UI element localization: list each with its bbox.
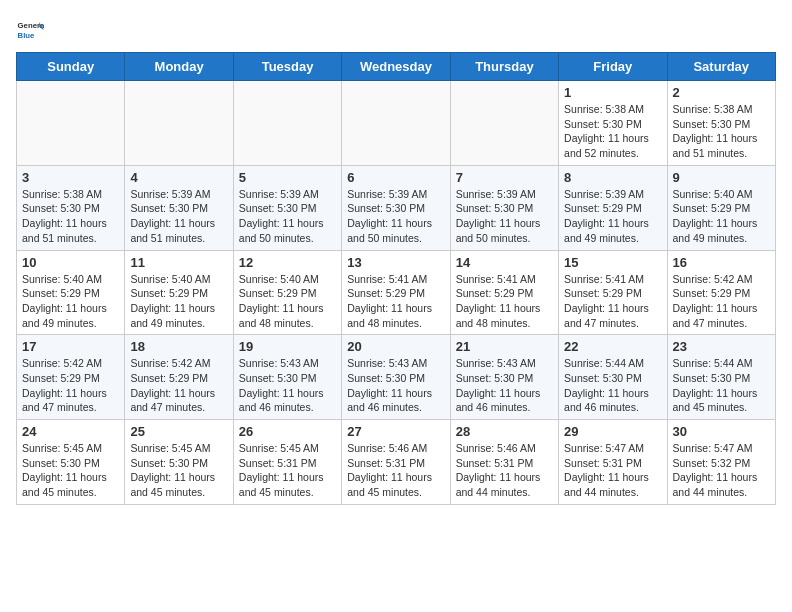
day-number: 11 <box>130 255 227 270</box>
day-detail: Sunrise: 5:45 AM Sunset: 5:31 PM Dayligh… <box>239 441 336 500</box>
calendar-cell: 23Sunrise: 5:44 AM Sunset: 5:30 PM Dayli… <box>667 335 775 420</box>
calendar-cell: 4Sunrise: 5:39 AM Sunset: 5:30 PM Daylig… <box>125 165 233 250</box>
calendar-cell: 9Sunrise: 5:40 AM Sunset: 5:29 PM Daylig… <box>667 165 775 250</box>
header-tuesday: Tuesday <box>233 53 341 81</box>
day-number: 24 <box>22 424 119 439</box>
day-detail: Sunrise: 5:42 AM Sunset: 5:29 PM Dayligh… <box>130 356 227 415</box>
calendar-cell: 15Sunrise: 5:41 AM Sunset: 5:29 PM Dayli… <box>559 250 667 335</box>
day-number: 12 <box>239 255 336 270</box>
calendar-cell: 20Sunrise: 5:43 AM Sunset: 5:30 PM Dayli… <box>342 335 450 420</box>
header-thursday: Thursday <box>450 53 558 81</box>
calendar-cell: 22Sunrise: 5:44 AM Sunset: 5:30 PM Dayli… <box>559 335 667 420</box>
day-number: 8 <box>564 170 661 185</box>
day-number: 27 <box>347 424 444 439</box>
day-detail: Sunrise: 5:47 AM Sunset: 5:32 PM Dayligh… <box>673 441 770 500</box>
calendar-cell: 14Sunrise: 5:41 AM Sunset: 5:29 PM Dayli… <box>450 250 558 335</box>
day-detail: Sunrise: 5:41 AM Sunset: 5:29 PM Dayligh… <box>564 272 661 331</box>
day-number: 23 <box>673 339 770 354</box>
day-detail: Sunrise: 5:40 AM Sunset: 5:29 PM Dayligh… <box>22 272 119 331</box>
day-detail: Sunrise: 5:44 AM Sunset: 5:30 PM Dayligh… <box>564 356 661 415</box>
day-number: 22 <box>564 339 661 354</box>
day-detail: Sunrise: 5:39 AM Sunset: 5:30 PM Dayligh… <box>130 187 227 246</box>
calendar-week-row: 17Sunrise: 5:42 AM Sunset: 5:29 PM Dayli… <box>17 335 776 420</box>
day-detail: Sunrise: 5:40 AM Sunset: 5:29 PM Dayligh… <box>130 272 227 331</box>
day-detail: Sunrise: 5:44 AM Sunset: 5:30 PM Dayligh… <box>673 356 770 415</box>
day-detail: Sunrise: 5:38 AM Sunset: 5:30 PM Dayligh… <box>673 102 770 161</box>
day-detail: Sunrise: 5:43 AM Sunset: 5:30 PM Dayligh… <box>347 356 444 415</box>
day-detail: Sunrise: 5:39 AM Sunset: 5:29 PM Dayligh… <box>564 187 661 246</box>
svg-text:Blue: Blue <box>18 31 36 40</box>
calendar-cell: 28Sunrise: 5:46 AM Sunset: 5:31 PM Dayli… <box>450 420 558 505</box>
day-number: 28 <box>456 424 553 439</box>
calendar-cell: 27Sunrise: 5:46 AM Sunset: 5:31 PM Dayli… <box>342 420 450 505</box>
header-friday: Friday <box>559 53 667 81</box>
calendar-cell: 7Sunrise: 5:39 AM Sunset: 5:30 PM Daylig… <box>450 165 558 250</box>
day-number: 26 <box>239 424 336 439</box>
calendar-cell: 19Sunrise: 5:43 AM Sunset: 5:30 PM Dayli… <box>233 335 341 420</box>
day-detail: Sunrise: 5:39 AM Sunset: 5:30 PM Dayligh… <box>347 187 444 246</box>
day-detail: Sunrise: 5:46 AM Sunset: 5:31 PM Dayligh… <box>347 441 444 500</box>
day-detail: Sunrise: 5:45 AM Sunset: 5:30 PM Dayligh… <box>130 441 227 500</box>
day-number: 17 <box>22 339 119 354</box>
day-detail: Sunrise: 5:39 AM Sunset: 5:30 PM Dayligh… <box>456 187 553 246</box>
day-detail: Sunrise: 5:43 AM Sunset: 5:30 PM Dayligh… <box>239 356 336 415</box>
header-sunday: Sunday <box>17 53 125 81</box>
day-number: 16 <box>673 255 770 270</box>
day-number: 19 <box>239 339 336 354</box>
logo: General Blue <box>16 16 44 44</box>
day-number: 1 <box>564 85 661 100</box>
calendar-cell <box>125 81 233 166</box>
day-detail: Sunrise: 5:42 AM Sunset: 5:29 PM Dayligh… <box>22 356 119 415</box>
day-detail: Sunrise: 5:39 AM Sunset: 5:30 PM Dayligh… <box>239 187 336 246</box>
calendar-cell <box>342 81 450 166</box>
calendar-cell: 13Sunrise: 5:41 AM Sunset: 5:29 PM Dayli… <box>342 250 450 335</box>
calendar-cell: 26Sunrise: 5:45 AM Sunset: 5:31 PM Dayli… <box>233 420 341 505</box>
day-number: 29 <box>564 424 661 439</box>
day-detail: Sunrise: 5:41 AM Sunset: 5:29 PM Dayligh… <box>456 272 553 331</box>
day-number: 30 <box>673 424 770 439</box>
calendar-header-row: SundayMondayTuesdayWednesdayThursdayFrid… <box>17 53 776 81</box>
header-saturday: Saturday <box>667 53 775 81</box>
calendar-cell: 12Sunrise: 5:40 AM Sunset: 5:29 PM Dayli… <box>233 250 341 335</box>
day-number: 2 <box>673 85 770 100</box>
day-detail: Sunrise: 5:40 AM Sunset: 5:29 PM Dayligh… <box>673 187 770 246</box>
calendar-cell: 29Sunrise: 5:47 AM Sunset: 5:31 PM Dayli… <box>559 420 667 505</box>
calendar-cell: 16Sunrise: 5:42 AM Sunset: 5:29 PM Dayli… <box>667 250 775 335</box>
calendar-cell: 21Sunrise: 5:43 AM Sunset: 5:30 PM Dayli… <box>450 335 558 420</box>
day-detail: Sunrise: 5:45 AM Sunset: 5:30 PM Dayligh… <box>22 441 119 500</box>
page-header: General Blue <box>16 16 776 44</box>
day-number: 13 <box>347 255 444 270</box>
calendar-cell: 17Sunrise: 5:42 AM Sunset: 5:29 PM Dayli… <box>17 335 125 420</box>
day-number: 15 <box>564 255 661 270</box>
calendar-cell: 25Sunrise: 5:45 AM Sunset: 5:30 PM Dayli… <box>125 420 233 505</box>
day-number: 20 <box>347 339 444 354</box>
day-number: 5 <box>239 170 336 185</box>
day-detail: Sunrise: 5:42 AM Sunset: 5:29 PM Dayligh… <box>673 272 770 331</box>
calendar-week-row: 10Sunrise: 5:40 AM Sunset: 5:29 PM Dayli… <box>17 250 776 335</box>
calendar-cell: 1Sunrise: 5:38 AM Sunset: 5:30 PM Daylig… <box>559 81 667 166</box>
calendar-cell: 3Sunrise: 5:38 AM Sunset: 5:30 PM Daylig… <box>17 165 125 250</box>
day-detail: Sunrise: 5:46 AM Sunset: 5:31 PM Dayligh… <box>456 441 553 500</box>
calendar-cell: 30Sunrise: 5:47 AM Sunset: 5:32 PM Dayli… <box>667 420 775 505</box>
day-number: 14 <box>456 255 553 270</box>
day-detail: Sunrise: 5:40 AM Sunset: 5:29 PM Dayligh… <box>239 272 336 331</box>
calendar-week-row: 3Sunrise: 5:38 AM Sunset: 5:30 PM Daylig… <box>17 165 776 250</box>
header-monday: Monday <box>125 53 233 81</box>
calendar-cell: 10Sunrise: 5:40 AM Sunset: 5:29 PM Dayli… <box>17 250 125 335</box>
calendar-cell: 8Sunrise: 5:39 AM Sunset: 5:29 PM Daylig… <box>559 165 667 250</box>
day-detail: Sunrise: 5:41 AM Sunset: 5:29 PM Dayligh… <box>347 272 444 331</box>
day-number: 18 <box>130 339 227 354</box>
day-number: 6 <box>347 170 444 185</box>
logo-icon: General Blue <box>16 16 44 44</box>
calendar-cell: 5Sunrise: 5:39 AM Sunset: 5:30 PM Daylig… <box>233 165 341 250</box>
day-detail: Sunrise: 5:38 AM Sunset: 5:30 PM Dayligh… <box>564 102 661 161</box>
day-number: 3 <box>22 170 119 185</box>
day-detail: Sunrise: 5:43 AM Sunset: 5:30 PM Dayligh… <box>456 356 553 415</box>
calendar-cell: 11Sunrise: 5:40 AM Sunset: 5:29 PM Dayli… <box>125 250 233 335</box>
calendar-week-row: 1Sunrise: 5:38 AM Sunset: 5:30 PM Daylig… <box>17 81 776 166</box>
day-number: 9 <box>673 170 770 185</box>
calendar-table: SundayMondayTuesdayWednesdayThursdayFrid… <box>16 52 776 505</box>
day-number: 21 <box>456 339 553 354</box>
calendar-cell <box>450 81 558 166</box>
calendar-cell: 2Sunrise: 5:38 AM Sunset: 5:30 PM Daylig… <box>667 81 775 166</box>
